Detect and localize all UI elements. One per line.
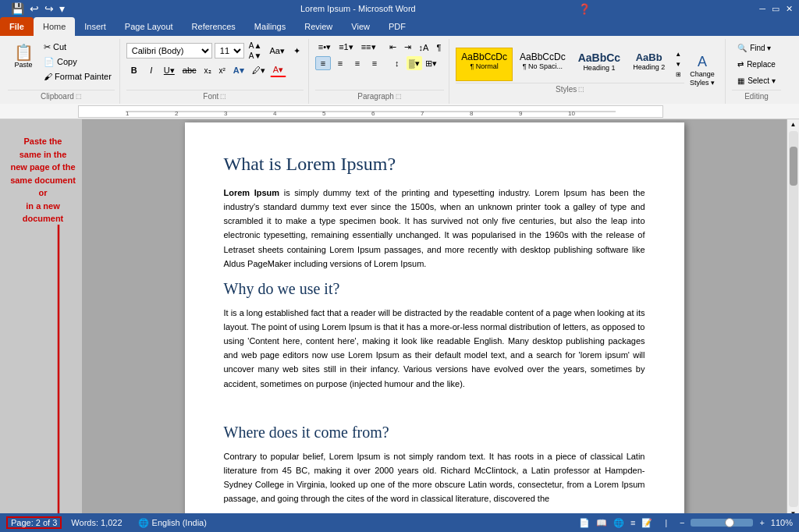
clipboard-group: 📋 Paste ✂ Cut 📄 Copy 🖌 Format Painter Cl… — [3, 39, 120, 104]
zoom-out-btn[interactable]: − — [680, 518, 684, 527]
document-area[interactable]: What is Lorem Ipsum? Lorem Ipsum is simp… — [82, 119, 787, 519]
clear-format-btn[interactable]: ✦ — [290, 44, 304, 58]
select-button[interactable]: ▦ Select ▾ — [732, 73, 781, 88]
ruler: 123 456 789 10 — [0, 104, 799, 119]
change-case-btn[interactable]: Aa▾ — [266, 44, 287, 58]
decrease-indent-btn[interactable]: ⇤ — [386, 41, 400, 54]
font-color-button[interactable]: A▾ — [270, 63, 286, 77]
editing-label: Editing — [732, 90, 781, 102]
customize-quick-btn[interactable]: ▾ — [58, 2, 66, 16]
change-styles-btn[interactable]: A ChangeStyles ▾ — [684, 50, 720, 91]
close-btn[interactable]: ✕ — [786, 4, 793, 14]
doc-para2: It is a long established fact that a rea… — [224, 306, 645, 391]
styles-scroll-up[interactable]: ▲ — [672, 49, 684, 59]
undo-quick-btn[interactable]: ↩ — [28, 2, 41, 16]
style-heading2[interactable]: AaBb Heading 2 — [627, 48, 670, 81]
svg-text:3: 3 — [224, 110, 228, 117]
superscript-button[interactable]: x² — [216, 65, 229, 76]
bullets-btn[interactable]: ≡•▾ — [315, 41, 334, 54]
text-highlight-button[interactable]: 🖊▾ — [249, 64, 268, 77]
clipboard-expand-icon[interactable]: ⬚ — [76, 93, 82, 100]
help-icon[interactable]: ❓ — [578, 3, 597, 15]
tab-references[interactable]: References — [183, 17, 245, 36]
find-button[interactable]: 🔍 Find ▾ — [732, 41, 781, 55]
show-hide-btn[interactable]: ¶ — [433, 41, 444, 54]
styles-expand-icon[interactable]: ⬚ — [578, 86, 584, 93]
align-right-btn[interactable]: ≡ — [350, 56, 365, 70]
svg-text:7: 7 — [421, 110, 424, 117]
sort-btn[interactable]: ↕A — [416, 41, 432, 54]
restore-btn[interactable]: ▭ — [772, 4, 779, 14]
view-web-icon[interactable]: 🌐 — [613, 518, 624, 528]
redo-quick-btn[interactable]: ↪ — [43, 2, 55, 16]
styles-more[interactable]: ⊞ — [672, 69, 684, 80]
svg-text:4: 4 — [273, 110, 277, 117]
paragraph-expand-icon[interactable]: ⬚ — [396, 93, 402, 100]
minimize-btn[interactable]: ─ — [759, 4, 765, 14]
save-quick-btn[interactable]: 💾 — [9, 2, 26, 16]
font-size-select[interactable]: 11 — [215, 43, 244, 59]
scroll-up-btn[interactable]: ▲ — [789, 119, 798, 129]
copy-button[interactable]: 📄 Copy — [41, 55, 115, 69]
cut-button[interactable]: ✂ Cut — [41, 41, 115, 54]
tab-file[interactable]: File — [0, 17, 34, 36]
align-left-btn[interactable]: ≡ — [315, 56, 331, 70]
style-no-spacing[interactable]: AaBbCcDc ¶ No Spaci... — [514, 48, 571, 81]
annotation-text: Paste the same in the new page of the sa… — [4, 135, 82, 225]
tab-mailings[interactable]: Mailings — [245, 17, 295, 36]
quick-access-toolbar[interactable]: 💾 ↩ ↪ ▾ — [9, 2, 66, 16]
align-center-btn[interactable]: ≡ — [332, 56, 348, 70]
tab-view[interactable]: View — [342, 17, 379, 36]
subscript-button[interactable]: x₂ — [201, 65, 215, 76]
font-family-select[interactable]: Calibri (Body) — [126, 43, 212, 59]
replace-button[interactable]: ⇄ Replace — [732, 57, 781, 72]
shading-btn[interactable]: ▒▾ — [407, 56, 422, 70]
scroll-thumb[interactable] — [790, 147, 797, 186]
tab-home[interactable]: Home — [34, 17, 75, 36]
font-shrink-btn[interactable]: A▼ — [247, 51, 265, 61]
tab-pdf[interactable]: PDF — [379, 17, 415, 36]
doc-para3: Contrary to popular belief, Lorem Ipsum … — [224, 449, 645, 506]
right-scrollbar[interactable]: ▲ ▼ — [787, 119, 799, 519]
zoom-slider[interactable] — [691, 519, 753, 527]
paste-button[interactable]: 📋 Paste — [8, 41, 39, 73]
tab-page-layout[interactable]: Page Layout — [115, 17, 183, 36]
ribbon-tabs: File Home Insert Page Layout References … — [0, 17, 799, 36]
doc-heading1: What is Lorem Ipsum? — [224, 154, 645, 175]
style-heading1[interactable]: AaBbCc Heading 1 — [573, 48, 626, 81]
svg-text:6: 6 — [371, 110, 375, 117]
numbering-btn[interactable]: ≡1▾ — [336, 41, 357, 54]
text-effect-button[interactable]: A▾ — [230, 64, 247, 77]
change-styles-icon: A — [698, 54, 707, 70]
view-full-reading-icon[interactable]: 📖 — [596, 518, 607, 528]
increase-indent-btn[interactable]: ⇥ — [401, 41, 414, 54]
tab-review[interactable]: Review — [295, 17, 342, 36]
style-normal[interactable]: AaBbCcDc ¶ Normal — [456, 48, 513, 81]
underline-button[interactable]: U▾ — [161, 64, 178, 77]
view-print-icon[interactable]: 📄 — [579, 518, 590, 528]
strikethrough-button[interactable]: abc — [179, 64, 200, 76]
paste-icon: 📋 — [14, 44, 34, 60]
multilevel-btn[interactable]: ≡≡▾ — [358, 41, 379, 54]
ruler-svg: 123 456 789 10 — [126, 106, 616, 117]
title-bar: 💾 ↩ ↪ ▾ Lorem Ipsum - Microsoft Word ❓ ─… — [0, 0, 799, 17]
view-outline-icon[interactable]: ≡ — [630, 518, 635, 527]
word-count: Words: 1,022 — [71, 518, 122, 527]
language-indicator[interactable]: 🌐 English (India) — [138, 518, 207, 528]
title-text: Lorem Ipsum - Microsoft Word — [300, 4, 416, 13]
italic-button[interactable]: I — [144, 64, 159, 76]
font-grow-btn[interactable]: A▲ — [247, 41, 265, 51]
zoom-in-btn[interactable]: + — [759, 518, 764, 527]
font-expand-icon[interactable]: ⬚ — [220, 93, 226, 100]
tab-insert[interactable]: Insert — [75, 17, 115, 36]
border-btn[interactable]: ⊞▾ — [424, 56, 439, 70]
format-painter-button[interactable]: 🖌 Format Painter — [41, 70, 115, 83]
svg-text:5: 5 — [322, 110, 326, 117]
document-page: What is Lorem Ipsum? Lorem Ipsum is simp… — [185, 122, 684, 519]
bold-button[interactable]: B — [126, 64, 142, 76]
view-draft-icon[interactable]: 📝 — [641, 518, 652, 528]
styles-scroll-down[interactable]: ▼ — [672, 59, 684, 69]
justify-btn[interactable]: ≡ — [367, 56, 382, 70]
zoom-thumb[interactable] — [725, 518, 734, 527]
line-spacing-btn[interactable]: ↕ — [389, 56, 405, 70]
